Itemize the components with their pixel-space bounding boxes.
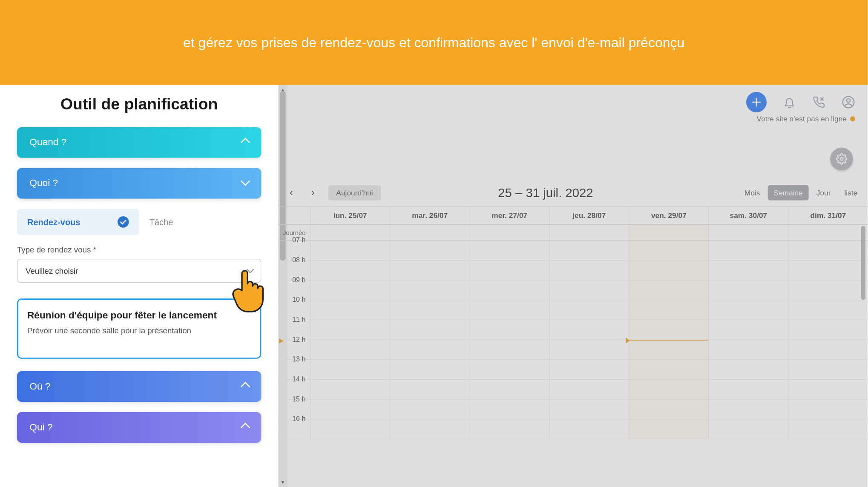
allday-cell[interactable]: [788, 225, 868, 240]
scroll-thumb[interactable]: [861, 226, 865, 300]
time-slot[interactable]: [708, 241, 788, 260]
time-slot[interactable]: [629, 419, 708, 438]
time-slot[interactable]: [310, 300, 390, 319]
time-slot[interactable]: [629, 360, 708, 379]
time-slot[interactable]: [629, 400, 708, 419]
phone-icon[interactable]: [812, 95, 826, 109]
site-status-text: Votre site n'est pas en ligne: [757, 115, 847, 123]
appointment-note-card[interactable]: Réunion d'équipe pour fêter le lancement…: [17, 298, 261, 358]
time-slot[interactable]: ▶: [310, 340, 390, 359]
time-slot[interactable]: [469, 320, 549, 339]
next-week-button[interactable]: ›: [307, 186, 319, 199]
time-slot[interactable]: [310, 281, 390, 300]
allday-cell[interactable]: [629, 225, 708, 240]
time-slot[interactable]: [629, 340, 708, 359]
time-slot[interactable]: [788, 320, 868, 339]
time-slot[interactable]: [788, 300, 868, 319]
time-slot[interactable]: [390, 281, 469, 300]
time-slot[interactable]: [549, 419, 629, 438]
time-slot[interactable]: [390, 380, 469, 399]
time-slot[interactable]: [390, 300, 469, 319]
time-slot[interactable]: [390, 261, 469, 280]
calendar-scrollbar[interactable]: [860, 226, 867, 481]
type-rendezvous[interactable]: Rendez-vous: [17, 209, 139, 235]
time-slot[interactable]: [390, 400, 469, 419]
view-day[interactable]: Jour: [811, 185, 836, 201]
section-ou[interactable]: Où ?: [17, 371, 261, 402]
time-slot[interactable]: [629, 241, 708, 260]
time-slot[interactable]: [708, 300, 788, 319]
time-slot[interactable]: [788, 419, 868, 438]
time-slot[interactable]: [310, 400, 390, 419]
time-slot[interactable]: [708, 400, 788, 419]
section-quand[interactable]: Quand ?: [17, 127, 261, 158]
view-week[interactable]: Semaine: [768, 185, 808, 201]
time-slot[interactable]: [469, 281, 549, 300]
bell-icon[interactable]: [782, 95, 796, 109]
view-month[interactable]: Mois: [739, 185, 765, 201]
allday-cell[interactable]: [310, 225, 390, 240]
time-slot[interactable]: [549, 400, 629, 419]
allday-cell[interactable]: [708, 225, 788, 240]
time-slot[interactable]: [708, 340, 788, 359]
time-slot[interactable]: [549, 300, 629, 319]
time-slot[interactable]: [390, 241, 469, 260]
time-slot[interactable]: [310, 241, 390, 260]
time-slot[interactable]: [788, 261, 868, 280]
time-slot[interactable]: [629, 281, 708, 300]
time-slot[interactable]: [708, 261, 788, 280]
view-list[interactable]: liste: [839, 185, 863, 201]
calendar-settings-button[interactable]: [830, 148, 853, 170]
time-slot[interactable]: [390, 360, 469, 379]
rdv-type-select[interactable]: Veuillez choisir: [17, 259, 261, 283]
allday-cell[interactable]: [390, 225, 469, 240]
time-slot[interactable]: [549, 320, 629, 339]
section-qui[interactable]: Qui ?: [17, 412, 261, 443]
allday-cell[interactable]: [469, 225, 549, 240]
time-slot[interactable]: [788, 380, 868, 399]
time-slot[interactable]: [629, 320, 708, 339]
time-slot[interactable]: [629, 300, 708, 319]
time-slot[interactable]: [469, 241, 549, 260]
time-slot[interactable]: [310, 320, 390, 339]
time-slot[interactable]: [629, 261, 708, 280]
day-header: mer. 27/07: [469, 206, 549, 224]
time-slot[interactable]: [469, 340, 549, 359]
time-slot[interactable]: [469, 400, 549, 419]
time-slot[interactable]: [788, 281, 868, 300]
time-slot[interactable]: [469, 300, 549, 319]
time-slot[interactable]: [549, 261, 629, 280]
time-slot[interactable]: [469, 380, 549, 399]
time-slot[interactable]: [390, 340, 469, 359]
time-slot[interactable]: [629, 380, 708, 399]
time-slot[interactable]: [788, 340, 868, 359]
time-slot[interactable]: [390, 320, 469, 339]
time-slot[interactable]: [708, 380, 788, 399]
time-slot[interactable]: [549, 360, 629, 379]
time-slot[interactable]: [549, 380, 629, 399]
time-slot[interactable]: [469, 261, 549, 280]
time-slot[interactable]: [549, 340, 629, 359]
allday-cell[interactable]: [549, 225, 629, 240]
prev-week-button[interactable]: ‹: [285, 186, 297, 199]
user-icon[interactable]: [842, 95, 855, 109]
time-slot[interactable]: [390, 419, 469, 438]
time-slot[interactable]: [310, 360, 390, 379]
time-slot[interactable]: [708, 320, 788, 339]
time-slot[interactable]: [310, 261, 390, 280]
time-slot[interactable]: [788, 241, 868, 260]
time-slot[interactable]: [549, 281, 629, 300]
time-slot[interactable]: [549, 241, 629, 260]
time-slot[interactable]: [788, 400, 868, 419]
time-slot[interactable]: [469, 419, 549, 438]
add-button[interactable]: [746, 92, 767, 112]
section-quoi[interactable]: Quoi ?: [17, 168, 261, 199]
time-slot[interactable]: [708, 360, 788, 379]
type-tache[interactable]: Tâche: [139, 209, 262, 235]
time-slot[interactable]: [788, 360, 868, 379]
time-slot[interactable]: [310, 419, 390, 438]
time-slot[interactable]: [310, 380, 390, 399]
time-slot[interactable]: [708, 419, 788, 438]
time-slot[interactable]: [469, 360, 549, 379]
time-slot[interactable]: [708, 281, 788, 300]
